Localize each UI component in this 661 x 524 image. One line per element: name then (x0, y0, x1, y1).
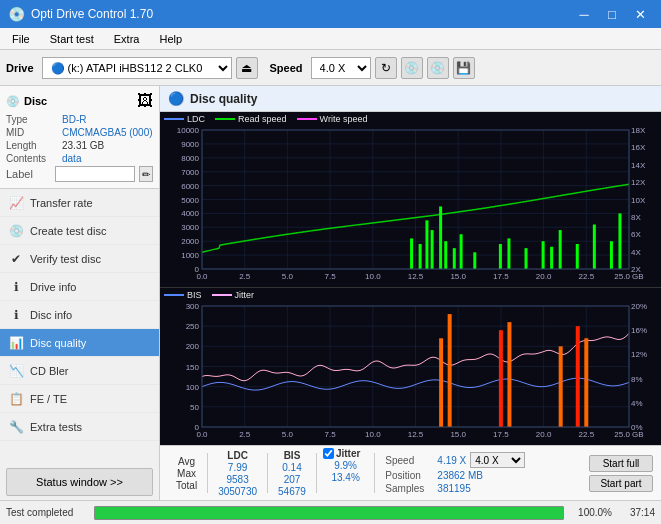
ldc-color (164, 118, 184, 120)
length-value: 23.31 GB (62, 140, 104, 151)
disc-button-1[interactable]: 💿 (401, 57, 423, 79)
jitter-col-header: Jitter (336, 448, 360, 459)
app-title: Opti Drive Control 1.70 (31, 7, 153, 21)
speed-label: Speed (270, 62, 303, 74)
drive-selector[interactable]: 🔵 (k:) ATAPI iHBS112 2 CLK0 (42, 57, 232, 79)
avg-jitter: 9.9% (323, 460, 368, 471)
window-controls: ─ □ ✕ (571, 3, 653, 25)
progress-bar-inner (95, 507, 563, 519)
disc-panel-title: Disc (24, 95, 47, 107)
chart-bis: BIS Jitter (160, 288, 661, 445)
status-text: Test completed (6, 507, 86, 518)
ldc-col-header: LDC (218, 450, 257, 461)
legend-bis: BIS (164, 290, 202, 300)
maximize-button[interactable]: □ (599, 3, 625, 25)
nav-transfer-rate[interactable]: 📈 Transfer rate (0, 189, 159, 217)
close-button[interactable]: ✕ (627, 3, 653, 25)
nav-extra-tests-label: Extra tests (30, 421, 82, 433)
verify-test-icon: ✔ (8, 252, 24, 266)
nav-cd-bler[interactable]: 📉 CD Bler (0, 357, 159, 385)
content-title-icon: 🔵 (168, 91, 184, 106)
legend-write: Write speed (297, 114, 368, 124)
max-jitter: 13.4% (323, 472, 368, 483)
jitter-total-empty (323, 484, 368, 498)
disc-header: 💿 Disc 🖼 (6, 92, 153, 110)
eject-button[interactable]: ⏏ (236, 57, 258, 79)
start-full-button[interactable]: Start full (589, 455, 653, 472)
stats-ldc-col: LDC 7.99 9583 3050730 (210, 450, 265, 497)
label-edit-button[interactable]: ✏ (139, 166, 153, 182)
status-window-button[interactable]: Status window >> (6, 468, 153, 496)
content-area: 🔵 Disc quality LDC Read speed (160, 86, 661, 500)
menu-extra[interactable]: Extra (106, 31, 148, 47)
nav-verify-test-label: Verify test disc (30, 253, 101, 265)
bis-color (164, 294, 184, 296)
speed-stat-label: Speed (385, 455, 433, 466)
bis-col-header: BIS (278, 450, 306, 461)
main-area: 💿 Disc 🖼 Type BD-R MID CMCMAGBA5 (000) L… (0, 86, 661, 500)
jitter-checkbox-row: Jitter (323, 448, 360, 459)
label-input[interactable] (55, 166, 135, 182)
start-part-button[interactable]: Start part (589, 475, 653, 492)
stats-bar: Avg Max Total LDC 7.99 9583 3050730 BIS … (160, 445, 661, 500)
disc-icon: 💿 (6, 95, 20, 108)
max-ldc: 9583 (218, 474, 257, 485)
speed-select[interactable]: 4.0 X (470, 452, 525, 468)
nav-drive-info-label: Drive info (30, 281, 76, 293)
minimize-button[interactable]: ─ (571, 3, 597, 25)
samples-row: Samples 381195 (385, 483, 525, 494)
toolbar: Drive 🔵 (k:) ATAPI iHBS112 2 CLK0 ⏏ Spee… (0, 50, 661, 86)
content-title: Disc quality (190, 92, 257, 106)
nav-extra-tests[interactable]: 🔧 Extra tests (0, 413, 159, 441)
position-row: Position 23862 MB (385, 470, 525, 481)
stats-headers: Avg Max Total (168, 455, 205, 491)
jitter-checkbox[interactable] (323, 448, 334, 459)
speed-stat-val: 4.19 X (437, 455, 466, 466)
total-row-label: Total (176, 480, 197, 491)
disc-type-row: Type BD-R (6, 114, 153, 125)
mid-label: MID (6, 127, 58, 138)
jitter-section: Jitter 9.9% 13.4% (319, 448, 372, 498)
menu-file[interactable]: File (4, 31, 38, 47)
titlebar-left: 💿 Opti Drive Control 1.70 (8, 6, 153, 22)
menu-start-test[interactable]: Start test (42, 31, 102, 47)
nav-cd-bler-label: CD Bler (30, 365, 69, 377)
max-row-label: Max (176, 468, 197, 479)
write-label: Write speed (320, 114, 368, 124)
extra-tests-icon: 🔧 (8, 420, 24, 434)
nav-disc-quality-label: Disc quality (30, 337, 86, 349)
nav-disc-info[interactable]: ℹ Disc info (0, 301, 159, 329)
refresh-button[interactable]: ↻ (375, 57, 397, 79)
save-button[interactable]: 💾 (453, 57, 475, 79)
ldc-chart-canvas (160, 112, 661, 287)
position-label: Position (385, 470, 433, 481)
speed-selector[interactable]: 4.0 X (311, 57, 371, 79)
charts-area: LDC Read speed Write speed (160, 112, 661, 445)
menu-help[interactable]: Help (151, 31, 190, 47)
avg-bis: 0.14 (278, 462, 306, 473)
nav-create-test[interactable]: 💿 Create test disc (0, 217, 159, 245)
transfer-rate-icon: 📈 (8, 196, 24, 210)
disc-quality-icon: 📊 (8, 336, 24, 350)
position-val: 23862 MB (437, 470, 483, 481)
bis-label2: BIS (187, 290, 202, 300)
progressbar-area: Test completed 100.0% 37:14 (0, 500, 661, 524)
nav-fe-te-label: FE / TE (30, 393, 67, 405)
legend-ldc: LDC (164, 114, 205, 124)
ldc-label: LDC (187, 114, 205, 124)
nav-fe-te[interactable]: 📋 FE / TE (0, 385, 159, 413)
disc-info-icon: ℹ (8, 308, 24, 322)
read-label: Read speed (238, 114, 287, 124)
nav-disc-quality[interactable]: 📊 Disc quality (0, 329, 159, 357)
nav-drive-info[interactable]: ℹ Drive info (0, 273, 159, 301)
avg-ldc: 7.99 (218, 462, 257, 473)
nav-verify-test[interactable]: ✔ Verify test disc (0, 245, 159, 273)
disc-button-2[interactable]: 💿 (427, 57, 449, 79)
progress-bar-outer (94, 506, 564, 520)
write-color (297, 118, 317, 120)
test-buttons: Start full Start part (589, 455, 653, 492)
read-color (215, 118, 235, 120)
elapsed-time: 37:14 (620, 507, 655, 518)
max-bis: 207 (278, 474, 306, 485)
disc-icon-area: 💿 Disc (6, 95, 47, 108)
